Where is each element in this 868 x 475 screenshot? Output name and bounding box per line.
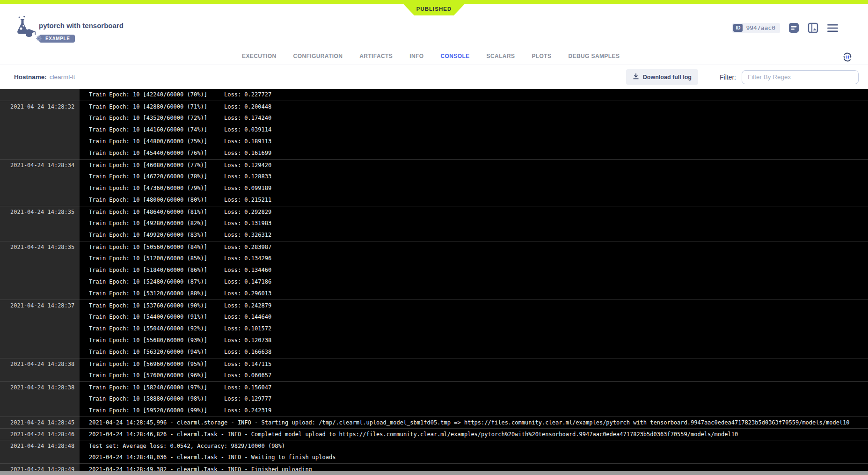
log-row: 2021-04-24 14:28:34Train Epoch: 10 [4608… [0,159,868,171]
log-row: 2021-04-24 14:28:462021-04-24 14:28:46,8… [0,428,868,440]
log-row: Train Epoch: 10 [49920/60000 (83%)] Loss… [0,229,868,241]
log-row: Train Epoch: 10 [42240/60000 (70%)] Loss… [0,89,868,101]
log-timestamp [0,405,80,417]
status-color-strip [0,0,868,4]
console-log[interactable]: Train Epoch: 10 [42240/60000 (70%)] Loss… [0,89,868,475]
log-timestamp [0,323,80,335]
log-timestamp [0,335,80,346]
task-details-icon[interactable] [788,22,799,33]
log-row: 2021-04-24 14:28:48,036 - clearml.Task -… [0,452,868,463]
header-actions: ID 9947aac0 [732,22,839,33]
log-row: Train Epoch: 10 [44800/60000 (75%)] Loss… [0,136,868,147]
log-timestamp [0,253,80,264]
log-row: Train Epoch: 10 [51200/60000 (85%)] Loss… [0,253,868,264]
log-row: 2021-04-24 14:28:38Train Epoch: 10 [5696… [0,358,868,370]
log-row: Train Epoch: 10 [48000/60000 (80%)] Loss… [0,194,868,206]
log-timestamp: 2021-04-24 14:28:38 [0,381,80,393]
log-line-text: Train Epoch: 10 [43520/60000 (72%)] Loss… [80,112,271,124]
log-timestamp [0,276,80,288]
log-timestamp [0,311,80,323]
log-line-text: Train Epoch: 10 [48000/60000 (80%)] Loss… [80,194,271,206]
details-panel-icon[interactable] [808,22,818,33]
log-line-text: Train Epoch: 10 [55040/60000 (92%)] Loss… [80,323,271,335]
log-line-text: Train Epoch: 10 [51200/60000 (85%)] Loss… [80,253,271,264]
log-timestamp [0,171,80,183]
log-line-text: Train Epoch: 10 [53760/60000 (90%)] Loss… [80,300,271,311]
log-row: 2021-04-24 14:28:452021-04-24 14:28:45,9… [0,417,868,428]
log-timestamp [0,218,80,229]
log-timestamp [0,370,80,381]
log-timestamp [0,136,80,147]
download-full-log-button[interactable]: Download full log [626,69,698,85]
log-timestamp: 2021-04-24 14:28:35 [0,241,80,253]
log-timestamp: 2021-04-24 14:28:45 [0,417,80,428]
log-line-text: Train Epoch: 10 [53120/60000 (88%)] Loss… [80,288,271,300]
log-line-text: Train Epoch: 10 [54400/60000 (91%)] Loss… [80,311,271,323]
gear-icon [36,36,42,42]
log-line-text: Train Epoch: 10 [58880/60000 (98%)] Loss… [80,393,271,405]
log-timestamp: 2021-04-24 14:28:38 [0,358,80,370]
example-badge: EXAMPLE [39,35,75,43]
log-timestamp [0,147,80,159]
hostname-label: Hostname: [14,73,47,80]
log-row: 2021-04-24 14:28:32Train Epoch: 10 [4288… [0,101,868,112]
log-row: 2021-04-24 14:28:35Train Epoch: 10 [4864… [0,206,868,218]
log-timestamp [0,112,80,124]
log-line-text: Train Epoch: 10 [56320/60000 (94%)] Loss… [80,346,271,358]
log-timestamp [0,124,80,136]
log-line-text: Train Epoch: 10 [57600/60000 (96%)] Loss… [80,370,271,381]
log-timestamp [0,89,80,101]
log-line-text: Train Epoch: 10 [47360/60000 (79%)] Loss… [80,183,271,194]
log-timestamp: 2021-04-24 14:28:48 [0,440,80,452]
log-line-text: Train Epoch: 10 [42240/60000 (70%)] Loss… [80,89,271,101]
log-line-text: Train Epoch: 10 [42880/60000 (71%)] Loss… [80,101,271,112]
log-timestamp: 2021-04-24 14:28:34 [0,159,80,171]
log-line-text: 2021-04-24 14:28:45,996 - clearml.storag… [80,417,850,428]
log-row: Train Epoch: 10 [46720/60000 (78%)] Loss… [0,171,868,183]
horizontal-scrollbar[interactable] [0,471,868,475]
log-row: Train Epoch: 10 [56320/60000 (94%)] Loss… [0,346,868,358]
log-row: Train Epoch: 10 [44160/60000 (74%)] Loss… [0,124,868,136]
log-line-text: Train Epoch: 10 [51840/60000 (86%)] Loss… [80,264,271,276]
log-row: Train Epoch: 10 [55680/60000 (93%)] Loss… [0,335,868,346]
log-timestamp [0,229,80,241]
log-row: Train Epoch: 10 [51840/60000 (86%)] Loss… [0,264,868,276]
experiment-flask-icon [11,15,36,42]
log-row: 2021-04-24 14:28:37Train Epoch: 10 [5376… [0,300,868,311]
log-line-text: Train Epoch: 10 [46080/60000 (77%)] Loss… [80,160,271,171]
log-line-text: Train Epoch: 10 [44800/60000 (75%)] Loss… [80,136,271,147]
hostname-value: clearml-lt [50,73,75,80]
log-line-text: 2021-04-24 14:28:48,036 - clearml.Task -… [80,452,336,463]
filter-regex-input[interactable] [742,70,859,84]
log-row: 2021-04-24 14:28:48Test set: Average los… [0,440,868,452]
log-timestamp: 2021-04-24 14:28:37 [0,300,80,311]
auto-refresh-icon[interactable] [842,52,853,64]
log-line-text: Train Epoch: 10 [46720/60000 (78%)] Loss… [80,171,271,183]
log-line-text: Train Epoch: 10 [49920/60000 (83%)] Loss… [80,229,271,241]
log-line-text: Train Epoch: 10 [55680/60000 (93%)] Loss… [80,335,271,346]
log-line-text: Train Epoch: 10 [45440/60000 (76%)] Loss… [80,147,271,159]
log-line-text: Train Epoch: 10 [56960/60000 (95%)] Loss… [80,358,271,370]
log-row: Train Epoch: 10 [54400/60000 (91%)] Loss… [0,311,868,323]
log-timestamp [0,393,80,405]
menu-icon[interactable] [827,24,839,32]
log-timestamp: 2021-04-24 14:28:46 [0,428,80,440]
filter-label: Filter: [720,73,736,81]
log-timestamp [0,346,80,358]
log-row: 2021-04-24 14:28:35Train Epoch: 10 [5056… [0,241,868,253]
log-timestamp [0,288,80,300]
download-icon [633,73,639,81]
log-line-text: Train Epoch: 10 [59520/60000 (99%)] Loss… [80,405,271,417]
task-detail-page: PUBLISHED pytorch with tensorboard [0,0,868,475]
task-id-chip[interactable]: ID 9947aac0 [732,23,780,33]
log-timestamp: 2021-04-24 14:28:35 [0,206,80,218]
id-tag: ID [733,24,743,32]
log-row: Train Epoch: 10 [58880/60000 (98%)] Loss… [0,393,868,405]
log-timestamp [0,264,80,276]
log-row: Train Epoch: 10 [52480/60000 (87%)] Loss… [0,276,868,288]
log-line-text: Train Epoch: 10 [58240/60000 (97%)] Loss… [80,382,271,393]
log-row: Train Epoch: 10 [49280/60000 (82%)] Loss… [0,218,868,229]
example-badge-label: EXAMPLE [45,36,70,41]
log-line-text: Train Epoch: 10 [52480/60000 (87%)] Loss… [80,276,271,288]
log-timestamp [0,183,80,194]
